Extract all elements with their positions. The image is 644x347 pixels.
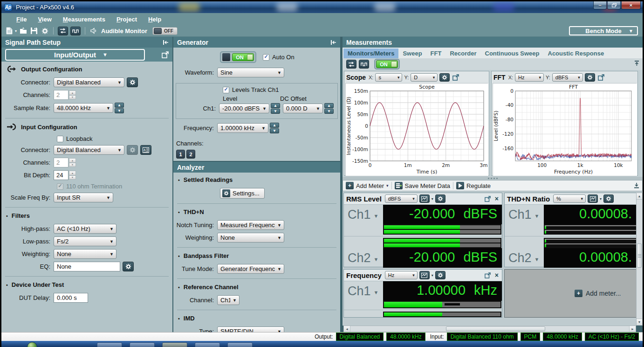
taskbar-button[interactable] (130, 342, 155, 347)
windows-taskbar[interactable] (1, 341, 643, 347)
taskbar-button[interactable] (227, 342, 253, 347)
input-connector-settings-button[interactable] (127, 145, 138, 155)
frequency-dropdown[interactable]: 1.00000 kHz▼ (217, 123, 268, 133)
eq-settings-button[interactable] (123, 262, 134, 271)
rms-pop-out-icon[interactable] (484, 195, 492, 202)
settings-gear-icon[interactable] (41, 27, 49, 35)
export-down-icon[interactable] (634, 182, 639, 188)
rms-display-mode-button[interactable] (419, 194, 430, 203)
thdn-settings-button[interactable] (603, 194, 614, 203)
add-meter-tile-button[interactable]: + Add meter... (575, 290, 621, 297)
fft-pop-out-icon[interactable] (597, 74, 605, 81)
menu-project[interactable]: Project (112, 14, 142, 24)
analyzer-weighting-dropdown[interactable]: None▼ (217, 233, 284, 243)
sample-rate-dropdown[interactable]: 48.0000 kHz▼ (54, 103, 113, 113)
pop-out-icon[interactable] (162, 51, 169, 58)
notch-tuning-dropdown[interactable]: Measured Frequency▼ (217, 220, 284, 230)
meters-horizontal-scrollbar[interactable]: ◄ ► (343, 326, 636, 332)
scope-y-unit-dropdown[interactable]: D▾ (411, 73, 438, 82)
frequency-unit-dropdown[interactable]: Hz▾ (385, 271, 418, 279)
bit-depth-spinner[interactable]: ▲▼ (69, 171, 76, 180)
channel-2-button[interactable]: 2 (186, 150, 195, 159)
new-project-dropdown-caret[interactable]: ▾ (15, 29, 17, 33)
output-connector-settings-button[interactable] (127, 77, 138, 87)
auto-on-checkbox[interactable] (263, 54, 269, 61)
low-pass-dropdown[interactable]: Fs/2▼ (54, 236, 116, 246)
collapse-left-icon[interactable] (163, 40, 169, 45)
frequency-ch1-selector[interactable]: Ch1▼ (344, 284, 383, 298)
dc-offset-dropdown[interactable]: 0.000 D▼ (283, 104, 323, 113)
taskbar-button[interactable] (162, 342, 187, 347)
fft-x-unit-dropdown[interactable]: Hz▾ (515, 73, 544, 82)
menu-view[interactable]: View (33, 14, 56, 24)
scope-pop-out-icon[interactable] (452, 74, 460, 81)
minimize-button[interactable]: – (593, 1, 607, 9)
frequency-settings-button[interactable] (435, 271, 445, 279)
menu-file[interactable]: File (12, 14, 31, 24)
save-meter-data-button[interactable]: Save Meter Data (395, 182, 451, 189)
thdn-display-mode-button[interactable] (588, 194, 598, 203)
fft-settings-button[interactable] (585, 73, 595, 82)
input-status-bits-button[interactable]: A (140, 145, 151, 155)
fft-y-unit-dropdown[interactable]: dBFS▾ (552, 73, 583, 82)
signal-path-swap-icon[interactable] (346, 60, 356, 69)
scroll-left-arrow[interactable]: ◄ (344, 326, 350, 332)
bench-mode-dropdown[interactable]: Bench Mode ▼ (569, 26, 638, 35)
regulate-button[interactable]: Regulate (456, 182, 491, 189)
generator-on-toggle[interactable]: ON (220, 51, 256, 63)
frequency-stepper[interactable]: ▲▼ (270, 123, 279, 133)
thdn-ch2-selector[interactable]: Ch2▼ (505, 251, 544, 265)
settled-settings-button[interactable]: Settings... (220, 188, 265, 199)
eq-field[interactable]: None (54, 262, 120, 271)
rms-close-icon[interactable]: × (494, 195, 500, 202)
scrollbar-thumb[interactable] (637, 243, 642, 268)
taskbar-button[interactable] (195, 342, 220, 347)
sample-rate-stepper[interactable]: ▲▼ (115, 103, 124, 113)
tab-continuous-sweep[interactable]: Continuous Sweep (481, 49, 544, 58)
menu-measurements[interactable]: Measurements (58, 14, 110, 24)
add-meter-button[interactable]: + Add Meter ▾ (346, 182, 389, 189)
bit-depth-field[interactable]: 24 (54, 170, 69, 180)
thdn-unit-dropdown[interactable]: %▾ (553, 194, 586, 203)
reference-channel-dropdown[interactable]: Ch1▼ (217, 295, 240, 305)
save-project-icon[interactable] (30, 27, 38, 35)
tab-acoustic-response[interactable]: Acoustic Response (544, 49, 609, 58)
menu-help[interactable]: Help (144, 14, 166, 24)
scrollbar-thumb[interactable] (446, 326, 545, 331)
tab-sweep[interactable]: Sweep (398, 49, 426, 58)
signal-monitor-icon[interactable] (70, 27, 81, 35)
output-connector-dropdown[interactable]: Digital Balanced▼ (54, 77, 124, 87)
levels-track-checkbox[interactable] (223, 87, 229, 93)
collapse-left-icon[interactable] (330, 40, 336, 45)
signal-path-selector-dropdown[interactable]: Input/Output ▼ (5, 49, 145, 61)
level-stepper[interactable]: ▲▼ (271, 103, 280, 114)
start-button[interactable] (27, 342, 37, 347)
loopback-checkbox[interactable] (57, 136, 63, 142)
new-project-icon[interactable] (5, 27, 14, 35)
rms-ch1-selector[interactable]: Ch1▼ (344, 208, 383, 222)
open-project-icon[interactable] (19, 27, 27, 35)
waveform-dropdown[interactable]: Sine▼ (217, 68, 284, 77)
scale-freq-dropdown[interactable]: Input SR▼ (54, 193, 113, 202)
restore-button[interactable] (607, 1, 621, 9)
signal-monitor-icon[interactable] (359, 60, 369, 69)
level-dropdown[interactable]: -20.000 dBFS▼ (219, 104, 269, 113)
signal-path-swap-icon[interactable] (58, 27, 68, 35)
tab-fft[interactable]: FFT (426, 49, 446, 58)
weighting-dropdown[interactable]: None▼ (54, 249, 116, 259)
scope-x-unit-dropdown[interactable]: s▾ (375, 73, 402, 82)
frequency-display-mode-button[interactable] (419, 271, 430, 279)
frequency-close-icon[interactable]: × (494, 271, 500, 279)
meters-vertical-scrollbar[interactable]: ▲ ▼ (636, 193, 643, 326)
input-connector-dropdown[interactable]: Digital Balanced▼ (54, 145, 124, 155)
taskbar-button[interactable] (97, 342, 122, 347)
channel-1-button[interactable]: 1 (176, 150, 185, 159)
frequency-pop-out-icon[interactable] (484, 271, 492, 279)
scope-settings-button[interactable] (439, 73, 450, 82)
audible-monitor-toggle[interactable]: OFF (152, 27, 178, 35)
imd-type-dropdown[interactable]: SMPTE/DIN▼ (217, 326, 284, 332)
dc-offset-stepper[interactable]: ▲▼ (324, 103, 334, 114)
dut-delay-field[interactable]: 0.000 s (54, 293, 88, 303)
tab-monitors-meters[interactable]: Monitors/Meters (343, 49, 398, 58)
monitor-on-toggle[interactable]: ON (374, 59, 400, 69)
